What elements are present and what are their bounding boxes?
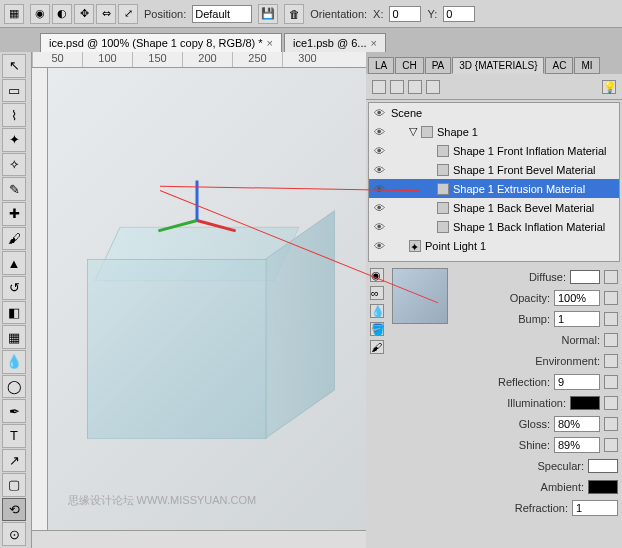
wand-tool[interactable]: ✦ (2, 128, 26, 152)
scale-icon[interactable]: ⤢ (118, 4, 138, 24)
tree-label: Scene (391, 107, 422, 119)
stamp-tool[interactable]: ▲ (2, 251, 26, 275)
material-preview[interactable] (392, 268, 448, 324)
eyedropper-tool[interactable]: ✎ (2, 177, 26, 201)
tab-channels[interactable]: CH (395, 57, 423, 74)
tab-layers[interactable]: LA (368, 57, 394, 74)
tab-mini[interactable]: MI (574, 57, 599, 74)
brush-icon[interactable]: 🖌 (370, 340, 384, 354)
eye-icon[interactable]: 👁 (371, 145, 387, 157)
close-icon[interactable]: × (267, 37, 273, 49)
eye-icon[interactable]: 👁 (371, 202, 387, 214)
rotate-icon[interactable]: ◉ (30, 4, 50, 24)
ps-menu-icon[interactable]: ▦ (4, 4, 24, 24)
tree-row-shape[interactable]: 👁 ▽ Shape 1 (369, 122, 619, 141)
eye-icon[interactable]: 👁 (371, 183, 387, 195)
texture-icon[interactable] (604, 270, 618, 284)
path-tool[interactable]: ↗ (2, 449, 26, 473)
tree-row-material[interactable]: 👁 Shape 1 Front Inflation Material (369, 141, 619, 160)
tab-3d-materials[interactable]: 3D {MATERIALS} (452, 57, 544, 74)
texture-icon[interactable] (604, 417, 618, 431)
eye-icon[interactable]: 👁 (371, 107, 387, 119)
filter-material-icon[interactable] (408, 80, 422, 94)
illumination-swatch[interactable] (570, 396, 600, 410)
crop-tool[interactable]: ⟡ (2, 153, 26, 177)
dodge-tool[interactable]: ◯ (2, 375, 26, 399)
ambient-swatch[interactable] (588, 480, 618, 494)
heal-tool[interactable]: ✚ (2, 202, 26, 226)
ice-cube-3d[interactable] (77, 169, 337, 429)
save-icon[interactable]: 💾 (258, 4, 278, 24)
scene-tree[interactable]: 👁 Scene 👁 ▽ Shape 1 👁 Shape 1 Front Infl… (368, 102, 620, 262)
tab-paths[interactable]: PA (425, 57, 452, 74)
texture-icon[interactable] (604, 312, 618, 326)
brush-tool[interactable]: 🖌 (2, 227, 26, 251)
gizmo-x-axis[interactable] (197, 219, 236, 232)
filter-light-icon[interactable] (426, 80, 440, 94)
y-input[interactable] (443, 6, 475, 22)
gizmo-z-axis[interactable] (196, 181, 199, 221)
x-input[interactable] (389, 6, 421, 22)
tree-row-material[interactable]: 👁 Shape 1 Back Bevel Material (369, 198, 619, 217)
blur-tool[interactable]: 💧 (2, 350, 26, 374)
pan-icon[interactable]: ✥ (74, 4, 94, 24)
type-tool[interactable]: T (2, 424, 26, 448)
filter-mesh-icon[interactable] (390, 80, 404, 94)
filter-scene-icon[interactable] (372, 80, 386, 94)
refraction-input[interactable] (572, 500, 618, 516)
light-bulb-icon[interactable]: 💡 (602, 80, 616, 94)
texture-icon[interactable] (604, 333, 618, 347)
canvas[interactable]: 思缘设计论坛 WWW.MISSYUAN.COM (48, 68, 366, 530)
position-select[interactable] (192, 5, 252, 23)
tree-row-material[interactable]: 👁 Shape 1 Back Inflation Material (369, 217, 619, 236)
tree-row-material[interactable]: 👁 Shape 1 Front Bevel Material (369, 160, 619, 179)
texture-icon[interactable] (604, 291, 618, 305)
reflection-input[interactable] (554, 374, 600, 390)
specular-label: Specular: (538, 460, 584, 472)
pen-tool[interactable]: ✒ (2, 399, 26, 423)
texture-icon[interactable] (604, 438, 618, 452)
eye-icon[interactable]: 👁 (371, 240, 387, 252)
marquee-tool[interactable]: ▭ (2, 79, 26, 103)
eraser-tool[interactable]: ◧ (2, 301, 26, 325)
tree-row-scene[interactable]: 👁 Scene (369, 103, 619, 122)
texture-icon[interactable] (604, 354, 618, 368)
drop-icon[interactable]: 💧 (370, 304, 384, 318)
opacity-input[interactable] (554, 290, 600, 306)
3d-camera-tool[interactable]: ⊙ (2, 522, 26, 546)
delete-icon[interactable]: 🗑 (284, 4, 304, 24)
eye-icon[interactable]: 👁 (371, 164, 387, 176)
ruler-horizontal: 50 100 150 200 250 300 (32, 52, 366, 68)
sphere-icon[interactable]: ◉ (370, 268, 384, 282)
close-icon[interactable]: × (371, 37, 377, 49)
document-tab-2[interactable]: ice1.psb @ 6... × (284, 33, 386, 52)
bucket-icon[interactable]: 🪣 (370, 322, 384, 336)
tree-row-material-selected[interactable]: 👁 Shape 1 Extrusion Material (369, 179, 619, 198)
link-icon[interactable]: ∞ (370, 286, 384, 300)
slide-icon[interactable]: ⇔ (96, 4, 116, 24)
shine-input[interactable] (554, 437, 600, 453)
3d-gizmo[interactable] (157, 179, 237, 259)
texture-icon[interactable] (604, 375, 618, 389)
panels: LA CH PA 3D {MATERIALS} AC MI 💡 👁 Scene … (366, 52, 622, 548)
gradient-tool[interactable]: ▦ (2, 325, 26, 349)
eye-icon[interactable]: 👁 (371, 221, 387, 233)
lasso-tool[interactable]: ⌇ (2, 103, 26, 127)
tab-actions[interactable]: AC (545, 57, 573, 74)
bump-input[interactable] (554, 311, 600, 327)
3d-rotate-tool[interactable]: ⟲ (2, 498, 26, 522)
tree-row-light[interactable]: 👁 ✦ Point Light 1 (369, 236, 619, 255)
shape-tool[interactable]: ▢ (2, 473, 26, 497)
gizmo-y-axis[interactable] (158, 219, 197, 232)
material-icon (437, 145, 449, 157)
eye-icon[interactable]: 👁 (371, 126, 387, 138)
move-tool[interactable]: ↖ (2, 54, 26, 78)
texture-icon[interactable] (604, 396, 618, 410)
roll-icon[interactable]: ◐ (52, 4, 72, 24)
ruler-vertical (32, 68, 48, 548)
history-brush-tool[interactable]: ↺ (2, 276, 26, 300)
specular-swatch[interactable] (588, 459, 618, 473)
diffuse-swatch[interactable] (570, 270, 600, 284)
document-tab-1[interactable]: ice.psd @ 100% (Shape 1 copy 8, RGB/8) *… (40, 33, 282, 52)
gloss-input[interactable] (554, 416, 600, 432)
